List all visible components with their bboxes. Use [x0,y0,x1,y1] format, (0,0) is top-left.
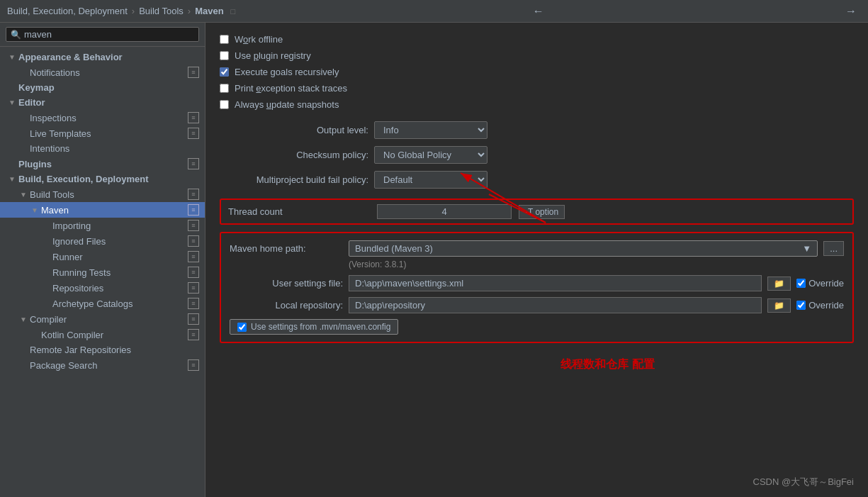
sidebar-item-intentions[interactable]: Intentions [0,141,205,156]
sidebar-item-running-tests[interactable]: Running Tests ≡ [0,264,205,280]
use-plugin-label: Use plugin registry [235,50,311,61]
user-settings-input[interactable] [349,275,762,291]
output-level-field: Output level: Info Debug Warn Error [220,121,854,139]
use-settings-badge: Use settings from .mvn/maven.config [230,319,398,335]
execute-goals-checkbox[interactable] [220,67,229,77]
user-settings-browse-button[interactable]: 📁 [767,277,791,291]
breadcrumb-current: Maven [195,6,223,16]
sidebar-label-build-exec: Build, Execution, Deployment [18,174,199,184]
multiproject-select[interactable]: Default Fail At End Fail Never [374,171,487,189]
checksum-policy-label: Checksum policy: [220,150,368,160]
sidebar-item-package-search[interactable]: Package Search ≡ [0,357,205,373]
execute-goals-label: Execute goals recursively [235,67,339,77]
user-settings-label: User settings file: [230,278,343,289]
importing-icon: ≡ [188,220,199,231]
sidebar-item-archetype-catalogs[interactable]: Archetype Catalogs ≡ [0,296,205,311]
output-level-select[interactable]: Info Debug Warn Error [374,121,487,139]
sidebar-label-kotlin-compiler: Kotlin Compiler [41,330,188,340]
print-exception-checkbox[interactable] [220,84,229,93]
live-templates-icon: ≡ [188,128,199,139]
expand-arrow: ▼ [9,53,18,61]
sidebar-label-notifications: Notifications [30,67,188,78]
search-input-wrap: 🔍 [6,27,199,42]
sidebar-item-repositories[interactable]: Repositories ≡ [0,280,205,296]
user-settings-override-checkbox[interactable] [796,279,806,288]
thread-count-box: Thread count -T option [220,199,854,225]
sidebar-item-runner[interactable]: Runner ≡ [0,249,205,264]
annotation-area: 线程数和仓库 配置 [220,357,854,372]
local-repo-override-checkbox[interactable] [796,301,806,310]
checkbox-print-exception: Print exception stack traces [220,83,854,94]
work-offline-checkbox[interactable] [220,35,229,44]
archetype-icon: ≡ [188,298,199,309]
maven-home-row: Maven home path: Bundled (Maven 3) ▼ ... [230,240,844,257]
sidebar-label-build-tools: Build Tools [30,189,188,200]
checksum-policy-select[interactable]: No Global Policy Strict Lenient [374,146,487,164]
sidebar-item-live-templates[interactable]: Live Templates ≡ [0,125,205,141]
multiproject-policy-field: Multiproject build fail policy: Default … [220,171,854,189]
sidebar-item-build-exec[interactable]: ▼ Build, Execution, Deployment [0,172,205,186]
checkbox-work-offline: Work offline [220,34,854,45]
sidebar-item-kotlin-compiler[interactable]: Kotlin Compiler ≡ [0,327,205,342]
checkbox-execute-goals: Execute goals recursively [220,67,854,77]
user-settings-row: User settings file: 📁 Override [230,275,844,291]
thread-count-input[interactable] [377,204,512,219]
nav-forward-button[interactable]: → [841,4,861,19]
maven-home-label: Maven home path: [230,243,343,254]
output-level-label: Output level: [220,125,368,135]
sidebar-item-keymap[interactable]: Keymap [0,80,205,95]
build-tools-icon: ≡ [188,189,199,200]
sidebar-label-package-search: Package Search [30,360,188,371]
sidebar-item-ignored-files[interactable]: Ignored Files ≡ [0,233,205,249]
sidebar-item-importing[interactable]: Importing ≡ [0,218,205,233]
maven-settings-icon: ≡ [188,204,199,216]
local-repo-row: Local repository: 📁 Override [230,297,844,313]
dropdown-arrow-icon: ▼ [802,243,811,254]
sidebar-item-editor[interactable]: ▼ Editor [0,95,205,110]
sidebar-item-inspections[interactable]: Inspections ≡ [0,110,205,125]
search-input[interactable] [24,29,194,40]
sidebar-item-maven[interactable]: ▼ Maven ≡ [0,202,205,218]
search-icon: 🔍 [11,30,21,40]
sidebar-label-maven: Maven [41,205,188,216]
sidebar-item-build-tools[interactable]: ▼ Build Tools ≡ [0,186,205,202]
work-offline-label: Work offline [235,34,283,45]
package-search-icon: ≡ [188,359,199,371]
sidebar: 🔍 ▼ Appearance & Behavior Notifications … [0,23,205,497]
runner-icon: ≡ [188,251,199,262]
maven-home-browse-button[interactable]: ... [823,241,844,256]
use-settings-row: Use settings from .mvn/maven.config [230,319,844,335]
content-inner: Work offline Use plugin registry Execute… [220,34,854,372]
repositories-icon: ≡ [188,282,199,294]
local-repo-input[interactable] [349,297,762,313]
sidebar-tree: ▼ Appearance & Behavior Notifications ≡ … [0,47,205,497]
breadcrumb-tools[interactable]: Build Tools [139,6,184,16]
sidebar-item-compiler[interactable]: ▼ Compiler ≡ [0,311,205,327]
maven-home-select[interactable]: Bundled (Maven 3) ▼ [349,240,818,257]
breadcrumb-build[interactable]: Build, Execution, Deployment [7,6,128,16]
local-repo-override-label: Override [808,300,844,311]
sidebar-label-remote-jar: Remote Jar Repositories [30,345,199,355]
nav-back-button[interactable]: ← [529,4,548,19]
compiler-icon: ≡ [188,313,199,325]
use-settings-label: Use settings from .mvn/maven.config [251,322,390,332]
always-update-checkbox[interactable] [220,100,229,109]
notifications-settings-icon: ≡ [188,67,199,78]
checksum-policy-field: Checksum policy: No Global Policy Strict… [220,146,854,164]
sidebar-item-notifications[interactable]: Notifications ≡ [0,65,205,80]
sidebar-item-appearance[interactable]: ▼ Appearance & Behavior [0,50,205,65]
sidebar-label-runner: Runner [52,252,188,262]
always-update-label: Always update snapshots [235,99,339,110]
sidebar-label-intentions: Intentions [30,143,199,154]
sidebar-item-remote-jar[interactable]: Remote Jar Repositories [0,342,205,357]
use-settings-checkbox[interactable] [237,323,247,332]
use-plugin-checkbox[interactable] [220,51,229,60]
main-layout: 🔍 ▼ Appearance & Behavior Notifications … [0,23,868,497]
maven-version-text: (Version: 3.8.1) [349,259,844,269]
pin-icon: □ [231,7,236,16]
sidebar-item-plugins[interactable]: Plugins ≡ [0,156,205,172]
thread-count-option: -T option [519,205,565,219]
local-repo-browse-button[interactable]: 📁 [767,298,791,313]
print-exception-label: Print exception stack traces [235,83,347,94]
local-repo-override: Override [796,300,844,311]
